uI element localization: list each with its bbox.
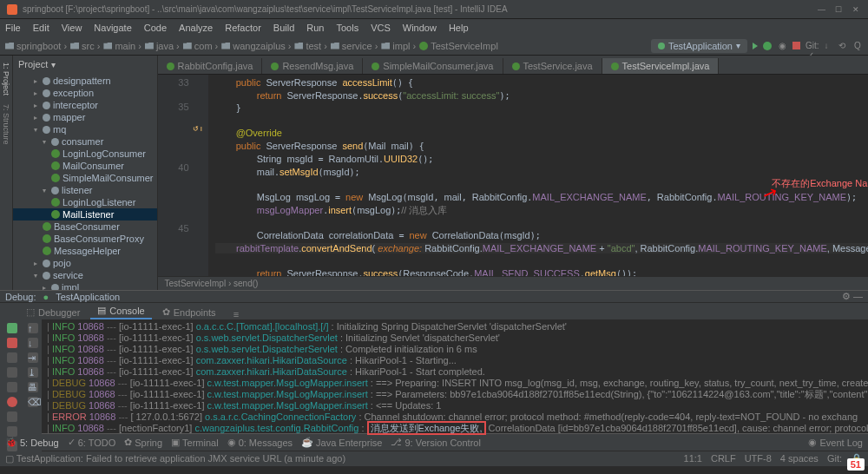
tree-item[interactable]: ▸pojo [13,257,157,269]
tree-item[interactable]: ▸mapper [13,111,157,123]
bottom-tab-javaent[interactable]: ☕ Java Enterprise [301,437,382,448]
tree-item[interactable]: ▾consumer [13,135,157,148]
bottom-tab-spring[interactable]: ✿ Spring [124,437,162,448]
editor-tab[interactable]: SimpleMailConsumer.java [363,58,503,74]
sidebar-project[interactable]: 1: Project [0,59,12,99]
tree-item[interactable]: BaseConsumerProxy [13,233,157,245]
bottom-tab-todo[interactable]: ✓ 6: TODO [68,437,116,448]
console-bp-icon[interactable] [7,397,17,407]
status-crlf[interactable]: CRLF [711,453,736,464]
console-pause-icon[interactable] [7,352,17,363]
update-icon[interactable]: ↓ [821,41,832,51]
menu-view[interactable]: View [62,23,82,33]
tree-item[interactable]: MessageHelper [13,245,157,257]
bottom-tab-terminal[interactable]: ▣ Terminal [171,437,219,448]
breadcrumb-item[interactable]: src › [70,41,100,51]
minimize-button[interactable]: — [818,5,826,14]
console-clear-icon[interactable]: ⌫ [28,397,38,407]
tab-debugger[interactable]: ⬚ Debugger [19,305,87,319]
bottom-tab-vcs[interactable]: ⎇ 9: Version Control [391,437,480,448]
console-step-icon[interactable] [7,367,17,378]
console-stop-icon[interactable] [7,338,17,348]
menu-run[interactable]: Run [306,23,324,33]
tree-item[interactable]: ▸designpattern [13,75,157,87]
tree-item[interactable]: MailConsumer [13,160,157,172]
project-tree[interactable]: ▸designpattern ▸exception ▸interceptor ▸… [13,73,157,290]
tree-item[interactable]: ▸exception [13,87,157,99]
menu-help[interactable]: Help [449,23,469,33]
tree-item[interactable]: SimpleMailConsumer [13,172,157,184]
menu-vcs[interactable]: VCS [371,23,391,33]
console-wrap-icon[interactable]: ⇥ [28,352,38,363]
bottom-tab-debug[interactable]: 🐞 5: Debug [5,437,59,448]
run-icon[interactable] [753,43,758,49]
console-up-icon[interactable]: ↑ [28,323,38,333]
menu-file[interactable]: File [5,23,21,33]
settings-icon[interactable]: ⚙ — [842,291,863,302]
class-icon [51,174,60,182]
status-indent[interactable]: 4 spaces [780,453,819,464]
bottom-tab-messages[interactable]: ◉ 0: Messages [227,437,293,448]
debug-run-icon[interactable] [763,42,772,50]
status-position[interactable]: 11:1 [684,453,702,464]
tree-item[interactable]: ▾service [13,269,157,281]
tree-item[interactable]: ▸interceptor [13,99,157,111]
sidebar-structure[interactable]: 7: Structure [0,101,12,148]
git-icon[interactable]: Git: ✓ [806,41,816,51]
class-icon [43,247,51,255]
console-down-icon[interactable]: ↓ [28,338,38,348]
breadcrumb-item[interactable]: service › [331,41,378,51]
breadcrumb-item[interactable]: springboot › [5,41,67,51]
menu-refactor[interactable]: Refactor [225,23,261,33]
breadcrumb-item[interactable]: test › [294,41,326,51]
search-icon[interactable]: Q [852,41,863,51]
menu-edit[interactable]: Edit [33,23,49,33]
console-layout-icon[interactable] [7,426,17,437]
breadcrumb-item[interactable]: main › [103,41,141,51]
coverage-icon[interactable]: ◉ [777,41,787,51]
menu-build[interactable]: Build [273,23,294,33]
editor-tab-active[interactable]: TestServiceImpl.java [602,58,720,74]
editor-tab[interactable]: ResendMsg.java [262,58,363,74]
tree-item[interactable]: ▾listener [13,184,157,196]
status-git[interactable]: Git: [827,453,842,464]
menu-code[interactable]: Code [144,23,167,33]
console-rerun-icon[interactable] [7,323,17,333]
console-camera-icon[interactable] [7,411,17,422]
editor-breadcrumb[interactable]: TestServiceImpl › send() [158,276,868,290]
close-button[interactable]: ✕ [852,5,861,14]
breadcrumb-item[interactable]: com › [183,41,218,51]
tree-item[interactable]: LoginLogConsumer [13,148,157,160]
tab-endpoints[interactable]: ✿ Endpoints [155,305,223,319]
menu-analyze[interactable]: Analyze [179,23,213,33]
tree-item[interactable]: ▾mq [13,123,157,135]
console-scroll-icon[interactable]: ⤓ [28,367,38,378]
editor-tab[interactable]: RabbitConfig.java [158,58,263,74]
package-icon [43,126,50,134]
tree-item[interactable]: BaseConsumer [13,221,157,233]
code-editor[interactable]: 33 35 40 45 ↺ I public ServerResponse ac… [158,75,868,276]
breadcrumb-item[interactable]: impl › [381,41,416,51]
breadcrumb-item[interactable]: wangzaiplus › [221,41,291,51]
console-mute-icon[interactable] [7,382,17,392]
history-icon[interactable]: ⟲ [837,41,847,51]
menu-tools[interactable]: Tools [336,23,358,33]
tree-item[interactable]: LoginLogListener [13,196,157,208]
tree-item[interactable]: ▸impl [13,281,157,290]
editor-tab[interactable]: TestService.java [503,58,602,74]
tree-item-selected[interactable]: MailListener [13,208,157,221]
console-output[interactable]: | INFO 10868 --- [io-11111-exec-1] o.a.c… [42,319,868,451]
stop-icon[interactable] [792,42,800,49]
breadcrumb-item[interactable]: java › [145,41,180,51]
status-encoding[interactable]: UTF-8 [745,453,772,464]
maximize-button[interactable]: ☐ [835,5,844,14]
console-print-icon[interactable]: 🖶 [28,382,38,392]
breadcrumb-item[interactable]: TestServiceImpl [419,41,498,51]
run-configuration[interactable]: TestApplication ▾ [651,39,747,53]
bottom-tab-eventlog[interactable]: ◉ Event Log [808,437,863,448]
tab-console[interactable]: ▤ Console [90,303,151,319]
menu-window[interactable]: Window [403,23,437,33]
app-logo [7,4,17,15]
watermark: 51 [847,458,865,471]
menu-navigate[interactable]: Navigate [94,23,131,33]
